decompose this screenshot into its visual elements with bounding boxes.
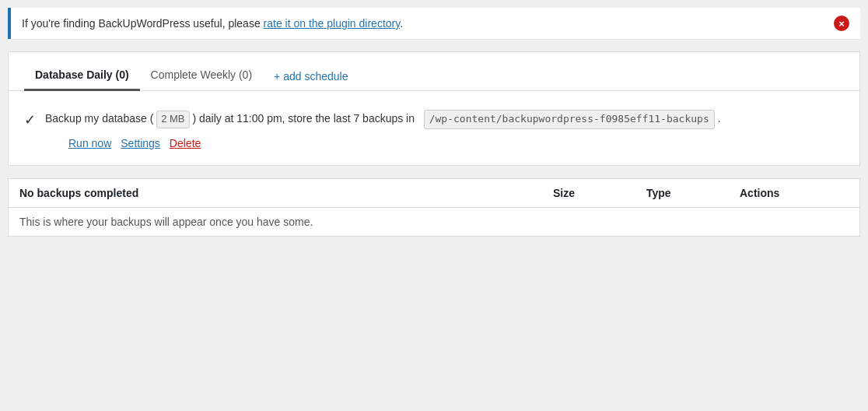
col-type: Type — [646, 187, 740, 199]
col-size: Size — [553, 187, 646, 199]
backups-table: No backups completed Size Type Actions T… — [8, 178, 860, 237]
notice-text: If you're finding BackUpWordPress useful… — [22, 17, 403, 30]
check-icon: ✓ — [24, 111, 36, 128]
notice-link[interactable]: rate it on the plugin directory — [264, 17, 401, 30]
notice-close-button[interactable]: × — [834, 16, 849, 31]
col-name: No backups completed — [19, 187, 553, 199]
table-header: No backups completed Size Type Actions — [9, 179, 859, 208]
empty-message: This is where your backups will appear o… — [19, 216, 553, 228]
delete-link[interactable]: Delete — [170, 137, 201, 149]
tab-database-daily[interactable]: Database Daily (0) — [24, 62, 140, 91]
tabs-bar: Database Daily (0) Complete Weekly (0) +… — [9, 52, 859, 91]
path-badge: /wp-content/backupwordpress-f0985eff11-b… — [424, 110, 715, 129]
schedule-row: ✓ Backup my database ( 2 MB ) daily at 1… — [24, 110, 844, 149]
schedule-content: ✓ Backup my database ( 2 MB ) daily at 1… — [9, 91, 859, 165]
action-links: Run now Settings Delete — [45, 137, 721, 149]
tab-add-schedule[interactable]: + add schedule — [263, 64, 359, 90]
notice-banner: If you're finding BackUpWordPress useful… — [8, 8, 860, 39]
settings-link[interactable]: Settings — [121, 137, 160, 149]
table-empty-row: This is where your backups will appear o… — [9, 208, 859, 236]
run-now-link[interactable]: Run now — [68, 137, 111, 149]
main-card: Database Daily (0) Complete Weekly (0) +… — [8, 51, 860, 166]
schedule-description: Backup my database ( 2 MB ) daily at 11:… — [45, 112, 721, 125]
close-icon: × — [834, 16, 849, 31]
size-badge: 2 MB — [156, 111, 189, 128]
tab-complete-weekly[interactable]: Complete Weekly (0) — [140, 62, 263, 91]
col-actions: Actions — [740, 187, 849, 199]
